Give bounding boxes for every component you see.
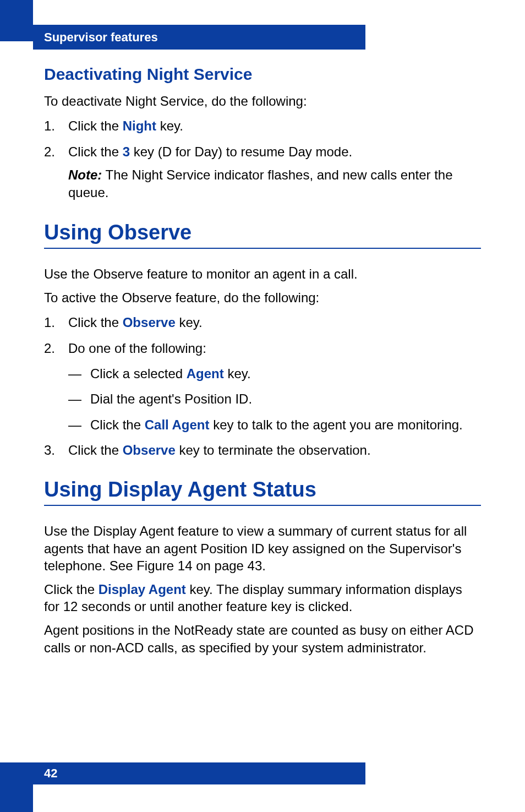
text-fragment: key to terminate the observation. bbox=[176, 443, 371, 457]
heading-using-display-agent-status: Using Display Agent Status bbox=[44, 478, 481, 506]
keyword-call-agent: Call Agent bbox=[145, 417, 210, 432]
text-fragment: Click the bbox=[68, 315, 123, 330]
heading-using-observe: Using Observe bbox=[44, 221, 481, 249]
keyword-observe: Observe bbox=[123, 443, 176, 457]
text-fragment: Click the bbox=[68, 144, 123, 159]
page: Supervisor features Deactivating Night S… bbox=[0, 0, 525, 812]
keyword-3: 3 bbox=[123, 144, 130, 159]
display-p3: Agent positions in the NotReady state ar… bbox=[44, 622, 481, 656]
text-fragment: key. bbox=[156, 118, 183, 133]
deactivate-steps-list: Click the Night key. Click the 3 key (D … bbox=[44, 117, 481, 202]
note-label: Note: bbox=[68, 167, 102, 182]
note-text: The Night Service indicator flashes, and… bbox=[68, 167, 453, 200]
display-p2: Click the Display Agent key. The display… bbox=[44, 581, 481, 615]
text-fragment: Click the bbox=[44, 582, 99, 597]
keyword-display-agent: Display Agent bbox=[99, 582, 186, 597]
observe-sub-b: Dial the agent's Position ID. bbox=[68, 390, 481, 408]
footer-bar: 42 bbox=[33, 762, 365, 784]
text-fragment: Click the bbox=[68, 118, 123, 133]
observe-sub-list: Click a selected Agent key. Dial the age… bbox=[68, 365, 481, 434]
display-p1: Use the Display Agent feature to view a … bbox=[44, 522, 481, 574]
deactivate-step-1: Click the Night key. bbox=[44, 117, 481, 135]
keyword-observe: Observe bbox=[123, 315, 176, 330]
text-fragment: Click the bbox=[90, 417, 145, 432]
keyword-agent: Agent bbox=[187, 366, 224, 381]
observe-steps-list: Click the Observe key. Do one of the fol… bbox=[44, 314, 481, 459]
observe-step-1: Click the Observe key. bbox=[44, 314, 481, 331]
text-fragment: key to talk to the agent you are monitor… bbox=[210, 417, 463, 432]
header-spine bbox=[0, 0, 33, 41]
observe-step-2: Do one of the following: Click a selecte… bbox=[44, 340, 481, 434]
observe-step-2-label: Do one of the following: bbox=[68, 341, 206, 356]
header-bar: Supervisor features bbox=[33, 25, 365, 50]
content-area: Deactivating Night Service To deactivate… bbox=[44, 55, 481, 663]
observe-sub-c: Click the Call Agent key to talk to the … bbox=[68, 416, 481, 434]
text-fragment: key. bbox=[224, 366, 251, 381]
text-fragment: Click the bbox=[68, 443, 123, 457]
intro-deactivate: To deactivate Night Service, do the foll… bbox=[44, 92, 481, 110]
observe-p2: To active the Observe feature, do the fo… bbox=[44, 289, 481, 306]
text-fragment: Click a selected bbox=[90, 366, 187, 381]
observe-sub-a: Click a selected Agent key. bbox=[68, 365, 481, 383]
keyword-night: Night bbox=[123, 118, 156, 133]
page-number: 42 bbox=[44, 766, 57, 780]
section-title: Supervisor features bbox=[44, 30, 158, 44]
deactivate-note: Note: The Night Service indicator flashe… bbox=[68, 166, 481, 202]
observe-p1: Use the Observe feature to monitor an ag… bbox=[44, 265, 481, 282]
heading-deactivating-night-service: Deactivating Night Service bbox=[44, 65, 481, 84]
text-fragment: key (D for Day) to resume Day mode. bbox=[130, 144, 352, 159]
deactivate-step-2: Click the 3 key (D for Day) to resume Da… bbox=[44, 143, 481, 202]
text-fragment: key. bbox=[176, 315, 203, 330]
observe-step-3: Click the Observe key to terminate the o… bbox=[44, 442, 481, 459]
footer-spine bbox=[0, 762, 33, 812]
